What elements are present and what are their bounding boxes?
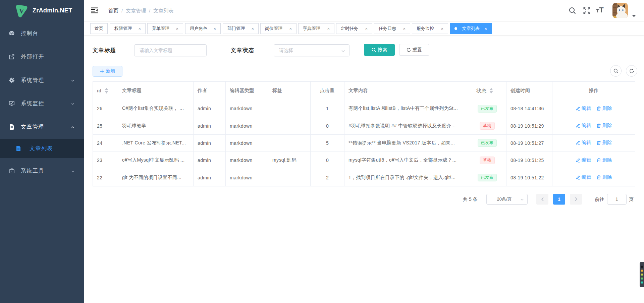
svg-text:V: V [19,7,24,15]
